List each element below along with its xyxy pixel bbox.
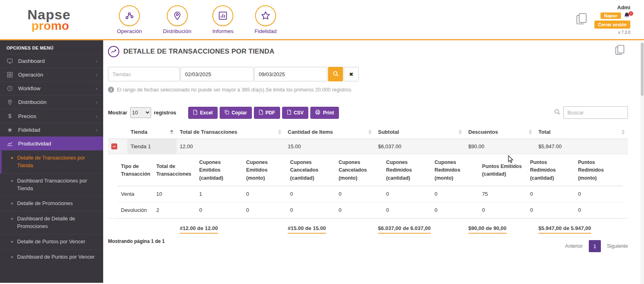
info-icon: i	[108, 87, 114, 93]
sidebar-item-operacion[interactable]: Operación ›	[0, 68, 103, 81]
date-from-input[interactable]	[181, 67, 253, 81]
detail-table: Tipo de Transacción Total de Transaccion…	[118, 155, 623, 218]
detail-col-header: Tipo de Transacción	[118, 155, 153, 186]
print-button[interactable]: Print	[310, 107, 339, 119]
sidebar-subitem-dashboard-promociones[interactable]: ▸ Dashboard de Detalle de Promociones	[0, 211, 103, 234]
descuentos-summary: $90,00 de 90,00	[468, 225, 507, 234]
sidebar-item-dashboard[interactable]: Dashboard ›	[0, 54, 103, 68]
sidebar-item-label: Workflow	[18, 85, 40, 91]
excel-button[interactable]: Excel	[188, 107, 217, 119]
col-header-tienda[interactable]: Tienda	[127, 125, 177, 139]
cell-descuentos: $90.00	[465, 139, 535, 154]
location-pin-icon	[167, 5, 188, 26]
file-icon	[287, 110, 291, 116]
info-message: El rango de fechas seleccionado no puede…	[117, 87, 353, 93]
sidebar-subitem-detalle-promociones[interactable]: ▸ Detalle de Promociones	[0, 196, 103, 211]
file-icon	[259, 110, 263, 116]
copy-button[interactable]: Copiar	[220, 107, 252, 119]
vertical-scrollbar[interactable]	[640, 41, 644, 284]
detail-col-header: Cupones Redimidos (cantidad)	[383, 155, 431, 186]
expanded-detail-row: Tipo de Transacción Total de Transaccion…	[108, 154, 628, 219]
sidebar-subitem-detalle-transacciones[interactable]: ▸ Detalle de Transacciones por Tienda	[0, 150, 103, 173]
button-label: Print	[323, 110, 334, 116]
sidebar-item-precios[interactable]: $ Precios ›	[0, 109, 103, 123]
location-pin-icon	[6, 99, 13, 105]
detail-cell: 0	[196, 202, 243, 218]
nav-informes[interactable]: Informes	[212, 5, 234, 34]
current-page-button[interactable]: 1	[589, 240, 601, 252]
info-message-row: i El rango de fechas seleccionado no pue…	[108, 87, 628, 93]
sidebar-item-distribucion[interactable]: Distribución ›	[0, 95, 103, 109]
buscar-input[interactable]	[563, 106, 628, 119]
col-header-total-transacciones[interactable]: Total de Transacciones	[177, 125, 285, 139]
csv-button[interactable]: CSV	[282, 107, 309, 119]
sidebar-subitem-detalle-puntos[interactable]: ▸ Detalle de Puntos por Vencer	[0, 234, 103, 249]
user-badges: Napse !	[600, 12, 630, 19]
detail-col-header: Cupones Cancelados (cantidad)	[287, 155, 335, 186]
collapse-row-icon[interactable]: −	[111, 143, 117, 149]
page-size-select[interactable]: 10	[130, 107, 151, 118]
detail-col-header: Cupones Redimidos (monto)	[431, 155, 479, 186]
nav-fidelidad[interactable]: Fidelidad	[254, 5, 276, 34]
detail-cell: 75	[479, 186, 527, 202]
detail-col-header: Puntos Redimidos (cantidad)	[527, 155, 575, 186]
sidebar-item-productividad[interactable]: Productividad	[0, 137, 103, 150]
chevron-right-icon: ›	[96, 72, 98, 78]
pdf-button[interactable]: PDF	[254, 107, 280, 119]
table-row: − Tienda 1 12.00 15.00 $6,037.00 $90.00 …	[108, 139, 628, 154]
sidebar-item-label: Distribución	[18, 99, 47, 105]
transactions-table: Tienda Total de Transacciones Cantidad d…	[108, 125, 628, 234]
sidebar-item-label: Dashboard	[18, 58, 45, 64]
notifications-bell-icon[interactable]: !	[623, 12, 630, 19]
sidebar-item-fidelidad[interactable]: Fidelidad ›	[0, 123, 103, 137]
col-header-label: Subtotal	[378, 129, 399, 135]
detail-col-header: Cupones Emitidos (monto)	[243, 155, 287, 186]
search-button[interactable]	[328, 67, 343, 81]
sidebar-subitem-label: Dashboard de Puntos por Vencer	[17, 253, 95, 261]
tiendas-input[interactable]	[108, 67, 180, 81]
nav-label: Operación	[117, 28, 142, 34]
sidebar-subitem-label: Dashboard de Detalle de Promociones	[17, 215, 96, 230]
clear-filters-button[interactable]: ✖	[344, 67, 359, 81]
button-label: CSV	[294, 110, 304, 116]
search-icon	[332, 70, 339, 78]
nav-operacion[interactable]: Operación	[117, 5, 142, 34]
col-header-label: Total de Transacciones	[180, 129, 237, 135]
cantidad-items-summary: #15.00 de 15.00	[288, 225, 326, 234]
scrollbar-thumb[interactable]	[641, 43, 644, 96]
pagination-info: Mostrando página 1 de 1	[108, 238, 165, 244]
col-header-subtotal[interactable]: Subtotal	[375, 125, 465, 139]
chevron-right-icon: ›	[96, 99, 98, 105]
col-header-cantidad-items[interactable]: Cantidad de Items	[285, 125, 375, 139]
col-header-total[interactable]: Total	[535, 125, 628, 139]
filter-bar: ✖	[108, 67, 628, 81]
cell-total: $5,947.00	[535, 139, 628, 154]
sidebar-subitem-label: Detalle de Promociones	[17, 200, 73, 207]
logout-button[interactable]: Cerrar sesión	[594, 21, 630, 29]
col-header-control	[108, 125, 127, 139]
col-header-label: Total	[538, 129, 551, 135]
page-title: DETALLE DE TRANSACCIONES POR TIENDA	[123, 48, 274, 56]
star-icon	[255, 5, 276, 26]
detail-cell: 0	[243, 202, 287, 218]
sidebar-item-workflow[interactable]: ? Workflow ›	[0, 81, 103, 95]
app-logo: Napse promo	[27, 8, 71, 32]
user-info: Admi Napse ! Cerrar sesión v 7.3.0	[594, 4, 630, 35]
previous-page-button[interactable]: Anterior	[565, 243, 583, 249]
caret-right-icon: ▸	[11, 253, 14, 261]
date-to-input[interactable]	[254, 67, 327, 81]
sidebar-subitem-dashboard-transacciones[interactable]: ▸ Dashboard Transacciones por Tienda	[0, 173, 103, 196]
caret-right-icon: ▸	[11, 154, 14, 170]
pages-icon[interactable]	[574, 12, 589, 27]
svg-text:?: ?	[9, 87, 11, 90]
detail-col-header: Total de Transacciones	[153, 155, 196, 186]
pages-icon[interactable]	[613, 44, 626, 57]
col-header-descuentos[interactable]: Descuentos	[465, 125, 535, 139]
bar-chart-icon	[212, 5, 233, 26]
sort-arrows-icon	[529, 130, 532, 135]
nav-distribucion[interactable]: Distribución	[163, 5, 191, 34]
next-page-button[interactable]: Siguiente	[607, 243, 628, 249]
sidebar-subitem-dashboard-puntos[interactable]: ▸ Dashboard de Puntos por Vencer	[0, 249, 103, 265]
detail-cell: 2	[153, 202, 196, 218]
sidebar-item-label: Fidelidad	[18, 127, 40, 133]
